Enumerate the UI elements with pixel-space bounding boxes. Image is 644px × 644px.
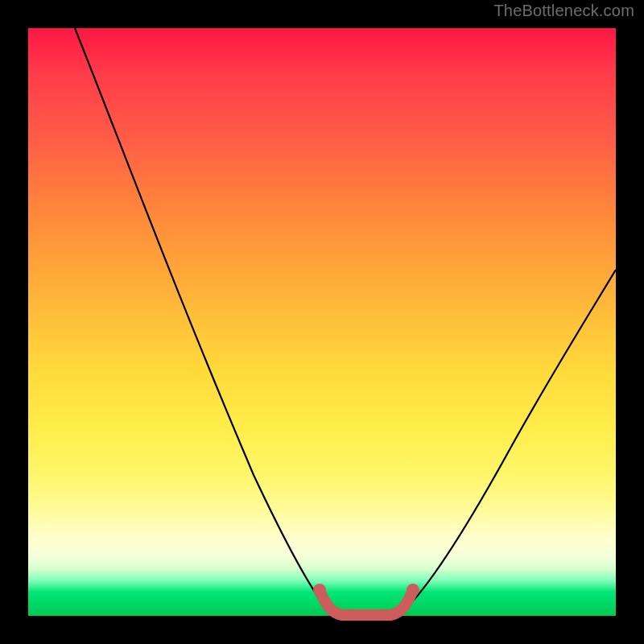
- plot-area: [28, 28, 616, 616]
- highlight-dot-right: [407, 584, 419, 597]
- highlight-dot-left: [313, 584, 326, 597]
- optimal-zone-highlight: [320, 590, 413, 615]
- chart-frame: TheBottleneck.com: [0, 0, 644, 644]
- curve-layer: [28, 28, 616, 616]
- bottleneck-curve: [75, 28, 616, 616]
- watermark-text: TheBottleneck.com: [493, 2, 634, 20]
